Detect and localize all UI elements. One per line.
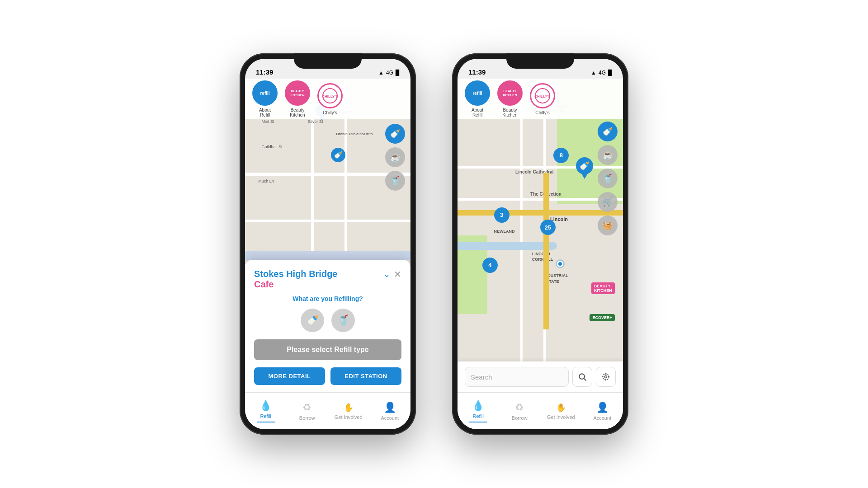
map-filters-2: 🍼 ☕ 🥤 🛒 🧺	[598, 122, 618, 235]
bottom-nav-2: 💧 Refill ♻ Borrow ✋ Get Involved 👤 Accou…	[458, 392, 623, 429]
popup-close-icon[interactable]: ✕	[394, 269, 401, 280]
svg-line-15	[584, 379, 586, 381]
svg-point-9	[503, 86, 517, 100]
svg-point-14	[579, 374, 585, 379]
nav-refill-1[interactable]: 💧 Refill	[245, 396, 287, 426]
partner-label-refill-2: AboutRefill	[472, 108, 483, 117]
nav-refill-icon-2: 💧	[472, 400, 484, 412]
nav-involved-label-2: Get Involved	[547, 414, 575, 420]
partner-strip-2: refill AboutRefill BEAUTYKITCHEN BeautyK…	[458, 79, 623, 119]
status-time-2: 11:39	[468, 68, 486, 76]
nav-refill-underline-2	[469, 422, 487, 422]
partner-label-beauty: BeautyKitchen	[290, 108, 305, 117]
partner-chillys[interactable]: CHILLY'S Chilly's	[317, 83, 343, 115]
popup-header: Stokes High Bridge Cafe ⌄ ✕	[254, 269, 401, 290]
search-placeholder: Search	[471, 373, 492, 381]
bottle-tail	[581, 174, 588, 179]
nav-refill-2[interactable]: 💧 Refill	[458, 396, 499, 426]
edit-station-button[interactable]: EDIT STATION	[330, 367, 401, 385]
svg-text:refill: refill	[260, 91, 269, 96]
partner-label-refill: AboutRefill	[259, 108, 271, 117]
popup-card: Stokes High Bridge Cafe ⌄ ✕ What are you…	[245, 260, 410, 392]
nav-borrow-label-2: Borrow	[512, 415, 528, 421]
filter-cup-2[interactable]: 🥤	[598, 169, 618, 188]
filter-food-2[interactable]: 🛒	[598, 192, 618, 212]
notch-2	[506, 53, 574, 69]
partner-about-refill[interactable]: refill AboutRefill	[252, 80, 278, 117]
nav-account-1[interactable]: 👤 Account	[369, 398, 411, 424]
nav-refill-label-2: Refill	[473, 413, 484, 419]
filter-basket-2[interactable]: 🧺	[598, 216, 618, 235]
partner-chillys-2[interactable]: CHILLY'S Chilly's	[530, 83, 555, 115]
svg-text:CHILLY'S: CHILLY'S	[322, 94, 338, 99]
bottle-marker-1[interactable]: 🍼	[331, 148, 345, 162]
label-newland: NEWLAND	[494, 229, 515, 234]
partner-avatar-chillys-2: CHILLY'S	[530, 83, 555, 108]
ecover-badge: ECOVER+	[590, 314, 614, 321]
cluster-3[interactable]: 3	[494, 207, 509, 223]
cluster-4[interactable]: 4	[482, 258, 498, 273]
svg-text:CHILLY'S: CHILLY'S	[534, 94, 551, 99]
svg-text:refill: refill	[472, 91, 482, 96]
nav-account-icon-2: 👤	[596, 402, 609, 413]
road-v2-2	[520, 79, 523, 392]
nav-account-label-1: Account	[381, 415, 399, 421]
filter-cup[interactable]: 🥤	[385, 171, 405, 191]
signal-text-2: 4G	[599, 70, 606, 76]
partner-beauty-kitchen[interactable]: BEAUTYKITCHEN BeautyKitchen	[285, 80, 310, 117]
nav-involved-1[interactable]: ✋ Get Involved	[328, 399, 369, 423]
map-2[interactable]: Bishop GrossetesteUniversity Lincoln Cat…	[458, 79, 623, 392]
partner-label-chillys: Chilly's	[323, 110, 337, 115]
signal-text-1: 4G	[386, 70, 393, 76]
refill-cup-btn[interactable]: 🥤	[331, 309, 355, 332]
nav-involved-icon-1: ✋	[344, 403, 354, 413]
more-detail-button[interactable]: MORE DETAIL	[254, 367, 325, 385]
cluster-8[interactable]: 8	[553, 148, 569, 163]
refill-select-button[interactable]: Please select Refill type	[254, 339, 401, 360]
status-icons-2: ▲ 4G ▉	[591, 70, 612, 76]
search-input-container[interactable]: Search	[465, 367, 569, 387]
partner-avatar-refill-2: refill	[465, 80, 490, 106]
filter-cup-hot-2[interactable]: ☕	[598, 145, 618, 165]
partner-avatar-refill: refill	[252, 80, 278, 106]
map-1[interactable]: Guildhall St Much Ln Silver St Mint St H…	[245, 79, 410, 392]
search-icon-button[interactable]	[572, 367, 592, 387]
location-icon-2: ▲	[591, 70, 596, 76]
location-target-button[interactable]	[596, 367, 616, 387]
label-cornhill: LINCOLNCORNHILL	[532, 251, 553, 263]
filter-bottle-2[interactable]: 🍼	[598, 122, 618, 141]
search-bar: Search	[458, 361, 623, 392]
filter-cup-hot[interactable]: ☕	[385, 147, 405, 167]
popup-chevron-icon[interactable]: ⌄	[383, 269, 390, 279]
yellow-road-v	[543, 173, 549, 329]
partner-beauty-kitchen-2[interactable]: BEAUTYKITCHEN BeautyKitchen	[497, 80, 523, 117]
nav-involved-icon-2: ✋	[556, 403, 566, 413]
popup-title-line1: Stokes High Bridge	[254, 269, 337, 279]
bottle-pin-2[interactable]: 🍼	[576, 157, 593, 179]
water-1	[245, 251, 410, 260]
popup-title-block: Stokes High Bridge Cafe	[254, 269, 337, 290]
nav-account-2[interactable]: 👤 Account	[582, 398, 623, 424]
bottle-circle: 🍼	[576, 157, 593, 174]
svg-text:BEAUTY: BEAUTY	[291, 89, 304, 93]
nav-borrow-1[interactable]: ♻ Borrow	[287, 398, 328, 424]
road-h2	[245, 220, 410, 222]
refill-bottle-btn[interactable]: 🍼	[301, 309, 324, 332]
filter-bottle[interactable]: 🍼	[385, 124, 405, 144]
status-time-1: 11:39	[256, 68, 273, 76]
phone-1: 11:39 ▲ 4G ▉ Guildhall St Much Ln Silver…	[240, 53, 416, 435]
popup-actions: MORE DETAIL EDIT STATION	[254, 367, 401, 385]
nav-involved-label-1: Get Involved	[335, 414, 363, 420]
nav-borrow-icon-2: ♻	[515, 402, 524, 413]
nav-account-label-2: Account	[593, 415, 611, 421]
notch-1	[294, 53, 362, 69]
partner-about-refill-2[interactable]: refill AboutRefill	[465, 80, 490, 117]
nav-borrow-2[interactable]: ♻ Borrow	[499, 398, 541, 424]
phone-2: 11:39 ▲ 4G ▉ Bishop	[452, 53, 628, 435]
nav-refill-label-1: Refill	[260, 413, 271, 419]
nav-refill-icon-1: 💧	[259, 400, 272, 412]
label-lincoln-hall: Lincoln 16th-c hall with...	[336, 132, 372, 136]
partner-strip-1: refill AboutRefill BEAUTYKITCHEN BeautyK…	[245, 79, 410, 119]
nav-involved-2[interactable]: ✋ Get Involved	[540, 399, 582, 423]
nav-borrow-icon-1: ♻	[302, 402, 311, 413]
